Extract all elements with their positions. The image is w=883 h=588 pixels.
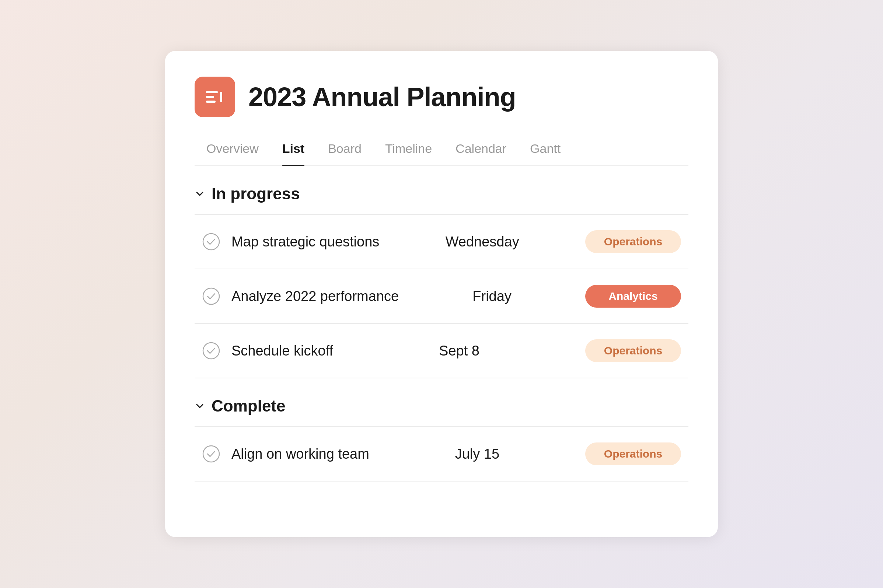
complete-section-header: Complete [195,378,688,426]
project-header: 2023 Annual Planning [195,76,688,117]
task-date: Wednesday [427,234,538,250]
tab-calendar[interactable]: Calendar [444,136,518,165]
table-row: Align on working team July 15 Operations [195,427,688,482]
table-row: Schedule kickoff Sept 8 Operations [195,324,688,378]
chevron-down-icon [195,189,205,199]
task-tag: Operations [585,339,681,362]
task-date: Sept 8 [404,343,515,359]
chevron-down-icon [195,401,205,411]
svg-point-4 [203,234,219,250]
task-tag: Operations [585,442,681,465]
table-row: Analyze 2022 performance Friday Analytic… [195,269,688,324]
tab-bar: Overview List Board Timeline Calendar Ga… [195,136,688,166]
task-name: Schedule kickoff [231,343,333,359]
complete-title: Complete [212,397,285,415]
check-circle-icon [202,232,221,251]
tab-timeline[interactable]: Timeline [373,136,444,165]
tab-overview[interactable]: Overview [195,136,270,165]
task-date: July 15 [422,446,533,462]
check-circle-icon [202,445,221,463]
task-tag: Analytics [585,285,681,308]
in-progress-task-list: Map strategic questions Wednesday Operat… [195,214,688,378]
svg-rect-3 [220,92,222,102]
tab-board[interactable]: Board [316,136,373,165]
table-row: Map strategic questions Wednesday Operat… [195,215,688,269]
task-date: Friday [437,288,547,304]
svg-rect-1 [206,96,214,98]
project-icon [195,76,235,117]
svg-point-5 [203,288,219,304]
task-tag: Operations [585,230,681,253]
task-name: Analyze 2022 performance [231,288,399,304]
in-progress-title: In progress [212,184,300,203]
complete-task-list: Align on working team July 15 Operations [195,426,688,482]
svg-rect-2 [206,100,216,103]
main-card: 2023 Annual Planning Overview List Board… [165,51,718,537]
check-circle-icon [202,342,221,360]
svg-point-7 [203,446,219,462]
svg-point-6 [203,343,219,359]
svg-rect-0 [206,91,218,93]
page-title: 2023 Annual Planning [248,82,516,112]
task-name: Map strategic questions [231,234,379,250]
check-circle-icon [202,287,221,305]
tab-list[interactable]: List [270,136,316,165]
in-progress-section-header: In progress [195,166,688,214]
task-name: Align on working team [231,446,369,462]
tab-gantt[interactable]: Gantt [518,136,572,165]
